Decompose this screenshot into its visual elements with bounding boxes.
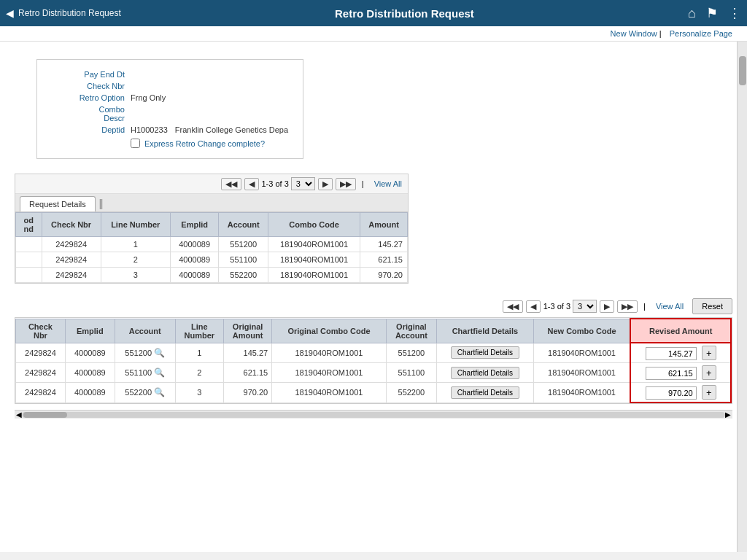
top-view-all-link[interactable]: View All bbox=[374, 179, 402, 188]
personalize-page-link[interactable]: Personalize Page bbox=[670, 29, 732, 38]
header-actions: ⌂ ⚑ ⋮ bbox=[688, 5, 741, 21]
deptid-name: Franklin College Genetics Depa bbox=[175, 125, 288, 134]
bot-view-all-link[interactable]: View All bbox=[656, 302, 684, 311]
chartfield-details-button[interactable]: Chartfield Details bbox=[451, 386, 519, 399]
bcell-revised-amount: + bbox=[630, 363, 731, 383]
back-label: Retro Distribution Request bbox=[18, 8, 121, 18]
cell-amount: 970.20 bbox=[360, 268, 408, 283]
home-icon[interactable]: ⌂ bbox=[688, 6, 696, 21]
cell-account: 551200 bbox=[219, 237, 268, 252]
top-pag-first[interactable]: ◀◀ bbox=[221, 178, 241, 190]
back-navigation[interactable]: ◀ Retro Distribution Request bbox=[6, 7, 121, 19]
bottom-table-header-row: CheckNbr Emplid Account LineNumber Origi… bbox=[16, 319, 732, 343]
bot-pag-prev[interactable]: ◀ bbox=[526, 300, 541, 313]
table-row: 2429824 4000089 551100 🔍 2 621.15 181904… bbox=[16, 363, 732, 383]
bcol-emplid: Emplid bbox=[65, 319, 115, 343]
bcol-account: Account bbox=[115, 319, 175, 343]
bcell-account: 551100 🔍 bbox=[115, 363, 175, 383]
retro-option-label: Retro Option bbox=[52, 93, 125, 102]
bcell-original-combo-code: 1819040ROM1001 bbox=[272, 363, 386, 383]
revised-amount-input[interactable] bbox=[646, 367, 697, 380]
chartfield-details-button[interactable]: Chartfield Details bbox=[451, 346, 519, 359]
bottom-table-head: CheckNbr Emplid Account LineNumber Origi… bbox=[16, 319, 732, 343]
revised-amount-input[interactable] bbox=[646, 347, 697, 360]
cell-emplid: 4000089 bbox=[170, 237, 218, 252]
col-line-number: Line Number bbox=[101, 213, 170, 237]
flag-icon[interactable]: ⚑ bbox=[706, 5, 718, 21]
mag-icon[interactable]: 🔍 bbox=[154, 387, 165, 397]
top-table-header-row: odnd Check Nbr Line Number Emplid Accoun… bbox=[16, 213, 408, 237]
pay-end-dt-label: Pay End Dt bbox=[52, 70, 125, 79]
bot-pag-next[interactable]: ▶ bbox=[600, 300, 614, 313]
top-data-table: odnd Check Nbr Line Number Emplid Accoun… bbox=[15, 212, 408, 283]
bcol-check-nbr: CheckNbr bbox=[16, 319, 66, 343]
mag-icon[interactable]: 🔍 bbox=[154, 348, 165, 358]
top-pag-next[interactable]: ▶ bbox=[318, 178, 333, 190]
col-combo-code: Combo Code bbox=[268, 213, 360, 237]
top-navigation-bar: ◀ Retro Distribution Request Retro Distr… bbox=[0, 0, 747, 26]
check-nbr-row: Check Nbr bbox=[52, 82, 288, 90]
add-row-button[interactable]: + bbox=[702, 365, 716, 380]
bot-pag-info: 1-3 of 3 3 bbox=[543, 300, 597, 313]
express-retro-label: Express Retro Change complete? bbox=[144, 139, 265, 148]
table-row: 2429824 4000089 551200 🔍 1 145.27 181904… bbox=[16, 343, 732, 363]
cell-account: 551100 bbox=[219, 252, 268, 268]
new-window-link[interactable]: New Window bbox=[611, 29, 657, 38]
top-pag-select[interactable]: 3 bbox=[291, 177, 315, 190]
bcol-new-combo-code: New Combo Code bbox=[533, 319, 630, 343]
deptid-value: H1000233 Franklin College Genetics Depa bbox=[131, 125, 288, 134]
cell-line-number: 3 bbox=[101, 268, 170, 283]
top-pag-last[interactable]: ▶▶ bbox=[336, 178, 356, 190]
main-content: Pay End Dt Check Nbr Retro Option Frng O… bbox=[0, 42, 747, 552]
top-tab-bar: Request Details ‖ bbox=[15, 194, 408, 212]
top-table-body: 2429824 1 4000089 551200 1819040ROM1001 … bbox=[16, 237, 408, 283]
bcell-original-amount: 621.15 bbox=[223, 363, 271, 383]
cell-amount: 621.15 bbox=[360, 252, 408, 268]
cell-line-number: 1 bbox=[101, 237, 170, 252]
bcell-original-amount: 970.20 bbox=[223, 383, 271, 403]
check-nbr-label: Check Nbr bbox=[52, 82, 125, 90]
chartfield-details-button[interactable]: Chartfield Details bbox=[451, 367, 519, 379]
bcell-check-nbr: 2429824 bbox=[16, 363, 66, 383]
scroll-left-btn[interactable]: ◀ bbox=[16, 411, 22, 419]
retro-option-value: Frng Only bbox=[131, 93, 166, 102]
col-check-nbr: Check Nbr bbox=[42, 213, 101, 237]
scroll-right-btn[interactable]: ▶ bbox=[725, 411, 731, 419]
request-details-tab[interactable]: Request Details bbox=[20, 196, 96, 211]
express-retro-row: Express Retro Change complete? bbox=[131, 139, 288, 148]
table-row: 2429824 1 4000089 551200 1819040ROM1001 … bbox=[16, 237, 408, 252]
bcell-account: 552200 🔍 bbox=[115, 383, 175, 403]
add-row-button[interactable]: + bbox=[702, 346, 716, 360]
table-row: 2429824 3 4000089 552200 1819040ROM1001 … bbox=[16, 268, 408, 283]
scroll-thumb bbox=[23, 412, 67, 418]
table-row: 2429824 2 4000089 551100 1819040ROM1001 … bbox=[16, 252, 408, 268]
bcell-original-combo-code: 1819040ROM1001 bbox=[272, 343, 386, 363]
express-retro-checkbox[interactable] bbox=[131, 139, 140, 148]
bot-pag-last[interactable]: ▶▶ bbox=[617, 300, 638, 313]
top-pag-prev[interactable]: ◀ bbox=[244, 178, 259, 190]
deptid-row: Deptid H1000233 Franklin College Genetic… bbox=[52, 125, 288, 134]
bcell-revised-amount: + bbox=[630, 343, 731, 363]
page-title: Retro Distribution Request bbox=[335, 7, 474, 20]
bot-pag-first[interactable]: ◀◀ bbox=[503, 300, 523, 313]
bot-pag-select[interactable]: 3 bbox=[573, 300, 597, 313]
bcell-chartfield-details: Chartfield Details bbox=[437, 363, 534, 383]
combo-descr-label: ComboDescr bbox=[52, 105, 125, 122]
horizontal-scrollbar[interactable]: ◀ ▶ bbox=[15, 410, 732, 419]
mag-icon[interactable]: 🔍 bbox=[154, 368, 165, 378]
reset-button[interactable]: Reset bbox=[692, 298, 732, 314]
scroll-track bbox=[22, 412, 725, 418]
top-grid-section: ◀◀ ◀ 1-3 of 3 3 ▶ ▶▶ | View All Request … bbox=[15, 174, 409, 284]
menu-icon[interactable]: ⋮ bbox=[728, 5, 741, 21]
cell-amount: 145.27 bbox=[360, 237, 408, 252]
revised-amount-input[interactable] bbox=[646, 386, 697, 400]
pay-end-dt-row: Pay End Dt bbox=[52, 70, 288, 79]
vertical-scrollbar[interactable] bbox=[737, 42, 747, 552]
bcell-chartfield-details: Chartfield Details bbox=[437, 343, 534, 363]
bcol-revised-amount: Revised Amount bbox=[630, 319, 731, 343]
add-row-button[interactable]: + bbox=[702, 385, 716, 400]
cell-od-nd bbox=[16, 252, 42, 268]
bcol-original-amount: OriginalAmount bbox=[223, 319, 271, 343]
bcell-check-nbr: 2429824 bbox=[16, 383, 66, 403]
col-od-nd: odnd bbox=[16, 213, 42, 237]
